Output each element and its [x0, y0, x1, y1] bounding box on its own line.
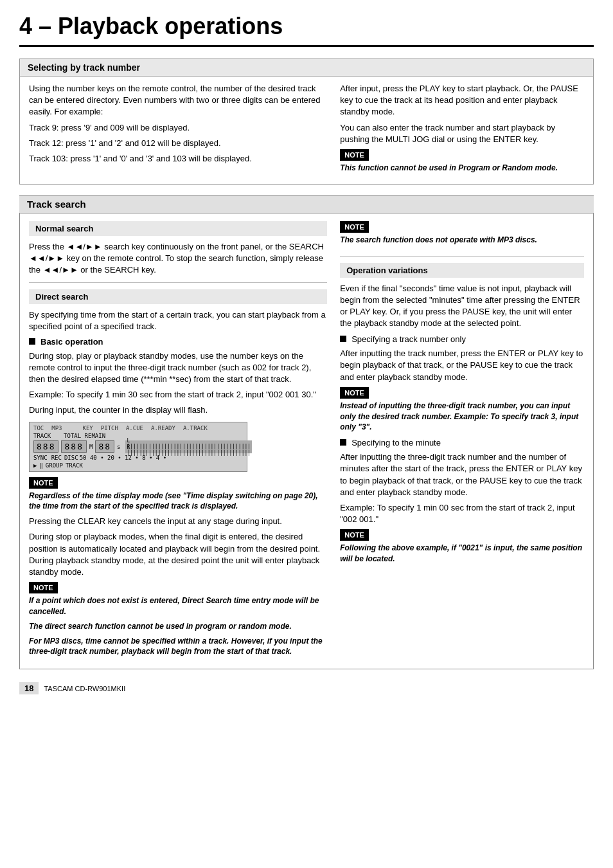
- track2-label: TRACK: [66, 462, 83, 469]
- sync-label: SYNC: [33, 455, 48, 461]
- direct-note2-text: If a point which does not exist is enter…: [29, 595, 327, 617]
- pause-icon: ‖: [39, 462, 42, 469]
- operation-variations-section: Operation variations Even if the final "…: [340, 263, 584, 565]
- group-label: GROUP: [46, 462, 63, 469]
- selecting-by-track-cols: Using the number keys on the remote cont…: [29, 83, 584, 177]
- select-example3: Track 103: press '1' and '0' and '3' and…: [29, 153, 327, 165]
- normal-search-note: NOTE The search function does not operat…: [340, 221, 584, 246]
- basic-op-bullet: Basic operation: [29, 337, 327, 347]
- page-number: 18: [19, 682, 39, 694]
- db-values: 50 40 • 20 • 12 • 8 • 4 •: [80, 455, 166, 461]
- track-search-left: Normal search Press the ◄◄/►► search key…: [29, 221, 327, 661]
- divider2: [340, 256, 584, 257]
- cd-display: TOC MP3 KEY PITCH A.CUE A.READY A.TRACK …: [29, 422, 247, 472]
- direct-para4: During stop or playback modes, when the …: [29, 531, 327, 578]
- spec-minute-bullet: Specifying to the minute: [340, 438, 584, 448]
- play-icon: ▶: [33, 462, 37, 469]
- direct-search-intro: By specifying time from the start of a c…: [29, 309, 327, 332]
- s-label: s: [117, 444, 120, 450]
- track-search-cols: Normal search Press the ◄◄/►► search key…: [29, 221, 584, 661]
- direct-note1-text: Regardless of the time display mode (see…: [29, 491, 327, 512]
- aready-label: A.READY: [151, 425, 175, 431]
- seg3: 88: [95, 440, 114, 453]
- track-search-outer: Track search Normal search Press the ◄◄/…: [19, 195, 594, 669]
- direct-search-title: Direct search: [29, 289, 327, 304]
- direct-search-section: Direct search By specifying time from th…: [29, 289, 327, 657]
- direct-note1-label: NOTE: [29, 477, 58, 489]
- op-var-note1-label: NOTE: [340, 387, 369, 399]
- seg1: 888: [33, 440, 58, 453]
- normal-search-para: Press the ◄◄/►► search key continuously …: [29, 241, 327, 276]
- select-para1: Using the number keys on the remote cont…: [29, 83, 327, 118]
- selecting-by-track-section: Selecting by track number Using the numb…: [19, 59, 594, 185]
- selecting-by-track-header: Selecting by track number: [20, 59, 593, 77]
- direct-example1: Example: To specify 1 min 30 sec from th…: [29, 389, 327, 401]
- total-remain-label: TOTAL REMAIN: [64, 433, 105, 439]
- key-label: KEY: [83, 425, 93, 431]
- normal-search-section: Normal search Press the ◄◄/►► search key…: [29, 221, 327, 276]
- normal-note-text: The search function does not operate wit…: [340, 235, 584, 246]
- pitch-label: PITCH: [101, 425, 118, 431]
- track-search-header: Track search: [19, 195, 594, 213]
- bullet-square-icon: [29, 338, 35, 345]
- selecting-by-track-body: Using the number keys on the remote cont…: [20, 77, 593, 184]
- track-search-body: Normal search Press the ◄◄/►► search key…: [19, 213, 594, 669]
- op-var-para1: Even if the final "seconds" time value i…: [340, 283, 584, 330]
- divider1: [29, 282, 327, 283]
- m-label: M: [89, 444, 93, 450]
- disc-label: DISC: [64, 455, 78, 461]
- select-note-label: NOTE: [340, 149, 369, 161]
- track-search-right: NOTE The search function does not operat…: [340, 221, 584, 661]
- direct-note2-label: NOTE: [29, 582, 58, 593]
- select-example2: Track 12: press '1' and '2' and 012 will…: [29, 138, 327, 149]
- select-right-para2: You can also enter the track number and …: [340, 122, 584, 145]
- selecting-right-col: After input, press the PLAY key to start…: [340, 83, 584, 177]
- select-right-para1: After input, press the PLAY key to start…: [340, 83, 584, 118]
- direct-note3-text: The direct search function cannot be use…: [29, 621, 327, 632]
- spec-minute-label: Specifying to the minute: [351, 438, 441, 448]
- atrack-label: A.TRACK: [183, 425, 208, 431]
- select-note-text: This function cannot be used in Program …: [340, 163, 584, 174]
- direct-para2: During input, the counter in the display…: [29, 404, 327, 416]
- op-var-note2-text: Following the above example, if "0021" i…: [340, 543, 584, 565]
- basic-op-label: Basic operation: [40, 337, 103, 347]
- spec-track-label: Specifying a track number only: [351, 334, 466, 344]
- bottom-labels: ▶ ‖ GROUP TRACK: [33, 462, 243, 469]
- seg2: 888: [61, 440, 86, 453]
- selecting-left-col: Using the number keys on the remote cont…: [29, 83, 327, 177]
- page-title: 4 – Playback operations: [19, 13, 594, 47]
- select-example1: Track 9: press '9' and 009 will be displ…: [29, 122, 327, 134]
- spec-track-bullet: Specifying a track number only: [340, 334, 584, 344]
- toc-label: TOC: [33, 425, 44, 431]
- bullet-square-2-icon: [340, 336, 346, 342]
- rec-label: REC: [51, 455, 62, 461]
- track-label-disp: TRACK: [33, 433, 51, 439]
- mp3-label: MP3: [51, 425, 62, 431]
- spec-track-para: After inputting the track number, press …: [340, 348, 584, 383]
- spec-minute-example: Example: To specify 1 min 00 sec from th…: [340, 502, 584, 525]
- normal-search-title: Normal search: [29, 221, 327, 236]
- op-var-title: Operation variations: [340, 263, 584, 278]
- page-footer: 18 TASCAM CD-RW901MKII: [19, 682, 594, 694]
- direct-note4-text: For MP3 discs, time cannot be specified …: [29, 636, 327, 658]
- r-bar: R ||||||||||||||||||||||||||||||||||||||…: [125, 447, 252, 453]
- bullet-square-3-icon: [340, 439, 346, 446]
- normal-note-label: NOTE: [340, 221, 369, 233]
- op-var-note1-text: Instead of inputting the three-digit tra…: [340, 401, 584, 433]
- direct-para1: During stop, play or playback standby mo…: [29, 350, 327, 386]
- page-footer-label: TASCAM CD-RW901MKII: [44, 685, 125, 692]
- acue-label: A.CUE: [126, 425, 143, 431]
- op-var-note2-label: NOTE: [340, 529, 369, 541]
- direct-para3: Pressing the CLEAR key cancels the input…: [29, 516, 327, 527]
- spec-minute-para: After inputting the three-digit track nu…: [340, 451, 584, 498]
